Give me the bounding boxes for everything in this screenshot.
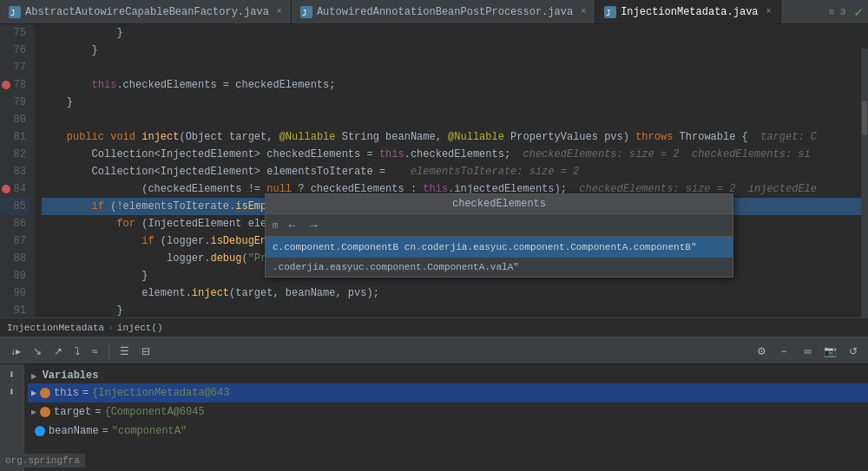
code-line-78: this.checkedElements = checkedElements; [42,76,868,94]
editor-area: 75 76 77 78 79 80 81 82 83 84 85 86 87 8… [0,24,868,317]
tab-injection-metadata[interactable]: J InjectionMetadata.java × [595,0,780,23]
build-status-icon: ✓ [854,3,863,21]
debug-variable-popup: checkedElements ⊞ ← → c.component.Compon… [265,193,733,278]
toolbar-right: ⚙ − [753,343,790,359]
gutter-80: 80 [0,111,30,128]
code-line-81: public void inject(Object target, @Nulla… [42,128,868,146]
popup-back-btn[interactable]: ← [284,217,300,233]
var-value-beanname: "componentA" [112,425,187,437]
java-icon-2: J [300,6,312,18]
step-out-btn[interactable]: ↗ [50,343,66,359]
code-line-83: Collection<InjectedElement> elementsToIt… [42,163,868,180]
popup-toolbar: ⊞ ← → [266,214,733,237]
variables-header: ▶ Variables [24,368,868,383]
gutter-87: 87 [0,232,30,250]
code-line-76: } [42,42,868,59]
popup-row-2[interactable]: .coderjia.easyuc.component.ComponentA.va… [266,258,733,277]
step-debug-btn-2[interactable]: ⬇ [9,385,16,399]
java-icon: J [9,6,21,18]
tab-close-btn-2[interactable]: × [581,7,586,16]
expand-triangle-this: ▶ [31,388,36,398]
gutter-81: 81 [0,128,30,146]
var-icon-this [40,388,50,398]
svg-text:J: J [302,9,306,17]
editor-scrollbar[interactable] [861,49,868,317]
tab-close-btn[interactable]: × [277,7,282,16]
breadcrumb-file[interactable]: InjectionMetadata [7,323,104,333]
step-into-btn[interactable]: ↘ [30,343,45,359]
filter-btn[interactable]: ⊟ [138,343,154,359]
tab-close-btn-3[interactable]: × [766,7,772,16]
expand-triangle-target: ▶ [31,407,36,417]
gutter-90: 90 [0,285,30,302]
camera-btn[interactable]: 📷 [820,343,840,359]
tab-bar: J AbstractAutowireCapableBeanFactory.jav… [0,0,868,24]
svg-text:J: J [606,9,610,17]
var-eq-target: = [95,406,101,418]
gutter-85: 85 [0,198,30,215]
breakpoint-dot [2,81,10,89]
breadcrumb-method[interactable]: inject() [117,323,163,333]
gutter-86: 86 [0,215,30,232]
popup-title: checkedElements [266,194,733,214]
var-eq-this: = [82,387,89,399]
popup-forward-btn[interactable]: → [306,217,322,233]
tab-autowired-annotation[interactable]: J AutowiredAnnotationBeanPostProcessor.j… [292,0,595,23]
gutter-83: 83 [0,163,30,180]
refresh-btn[interactable]: ↺ [845,343,861,359]
gutter-84: 84 [0,180,30,198]
code-line-80 [42,111,868,128]
spring-framework-label: org.springfra [0,454,85,468]
gutter-76: 76 [0,42,30,59]
code-line-91: } [42,302,868,317]
var-item-this[interactable]: ▶ this = {InjectionMetadata@643 [28,383,868,402]
code-line-82: Collection<InjectedElement> checkedEleme… [42,146,868,163]
variables-tree: ▶ this = {InjectionMetadata@643 ▶ target… [24,383,868,441]
step-over-btn[interactable]: ↓▸ [7,343,24,359]
gutter-75: 75 [0,24,30,42]
toolbar-separator [108,343,109,359]
breakpoint-dot-84 [2,185,10,193]
line-number-gutter: 75 76 77 78 79 80 81 82 83 84 85 86 87 8… [0,24,35,317]
variables-label: Variables [43,370,99,382]
popup-columns-icon[interactable]: ⊞ [273,219,279,231]
java-icon-3: J [604,6,616,18]
gutter-82: 82 [0,146,30,163]
tab-abstract-autowire[interactable]: J AbstractAutowireCapableBeanFactory.jav… [0,0,292,23]
scrollbar-thumb [862,101,867,135]
main-container: 75 76 77 78 79 80 81 82 83 84 85 86 87 8… [0,24,868,471]
var-value-this: {InjectionMetadata@643 [92,387,229,399]
code-line-90: element.inject(target, beanName, pvs); [42,285,868,302]
gutter-79: 79 [0,94,30,111]
tab-label: AbstractAutowireCapableBeanFactory.java [25,6,269,18]
infinity-btn[interactable]: ∞ [800,343,815,359]
tab-bar-overflow[interactable]: ≡ 3 ✓ [829,0,868,23]
debug-panel-content: ⬇ ⬇ ▶ Variables ▶ this = {InjectionMetad… [0,364,868,471]
var-value-target: {ComponentA@6045 [104,406,204,418]
var-name-target: target [54,406,91,418]
gutter-91: 91 [0,302,30,317]
step-debug-btn-1[interactable]: ⬇ [9,368,16,382]
gutter-88: 88 [0,250,30,267]
var-name-this: this [54,387,79,399]
var-icon-target [40,407,50,417]
expand-icon[interactable]: ▶ [31,370,37,382]
variables-panel: ▶ Variables ▶ this = {InjectionMetadata@… [24,364,868,471]
bottom-debug-panel: ↓▸ ↘ ↗ ⤵ ≈ ☰ ⊟ ⚙ − ∞ 📷 ↺ ⬇ ⬇ ▶ [0,337,868,471]
eval-btn[interactable]: ≈ [89,343,102,359]
code-line-75: } [42,24,868,42]
var-eq-beanname: = [102,425,108,437]
popup-selected-row[interactable]: c.component.ComponentB cn.coderjia.easyu… [266,237,733,258]
var-name-beanname: beanName [49,425,99,437]
var-icon-beanname [35,426,45,436]
debug-toolbar: ↓▸ ↘ ↗ ⤵ ≈ ☰ ⊟ ⚙ − ∞ 📷 ↺ [0,338,868,364]
settings-btn[interactable]: ⚙ [753,343,770,359]
code-line-77 [42,59,868,76]
minimize-btn[interactable]: − [777,343,790,359]
var-item-target[interactable]: ▶ target = {ComponentA@6045 [28,402,868,422]
var-item-beanname[interactable]: beanName = "componentA" [28,422,868,441]
tab-label-2: AutowiredAnnotationBeanPostProcessor.jav… [317,6,573,18]
view-toggle-btn[interactable]: ☰ [116,343,133,359]
step-cursor-btn[interactable]: ⤵ [71,343,83,359]
gutter-77: 77 [0,59,30,76]
